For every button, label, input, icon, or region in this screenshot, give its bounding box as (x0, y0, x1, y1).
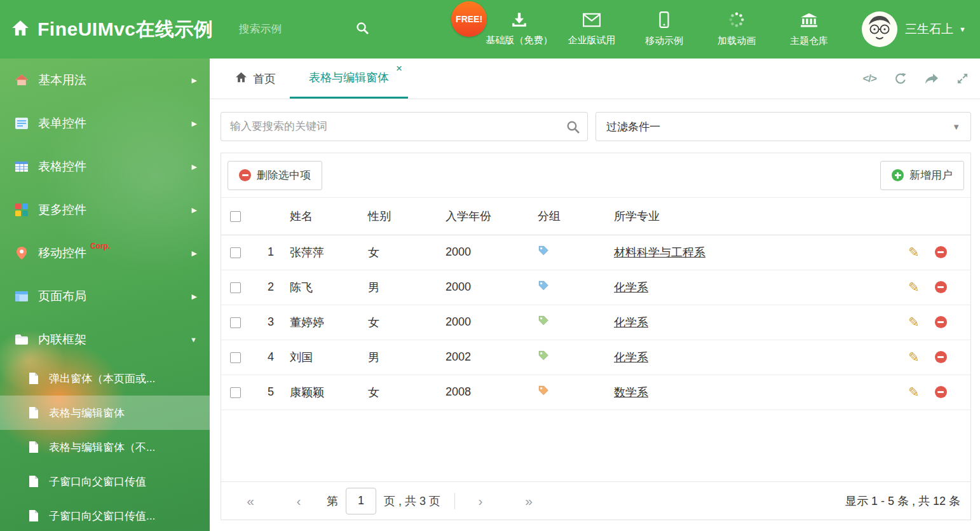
major-link[interactable]: 化学系 (614, 316, 648, 329)
delete-selected-button[interactable]: 删除选中项 (228, 161, 322, 190)
file-icon (29, 476, 41, 487)
sidebar-item-iframe[interactable]: 内联框架 ▼ (0, 318, 210, 361)
search-icon[interactable] (566, 120, 580, 136)
view-source-icon[interactable]: </> (862, 72, 876, 85)
sidebar-item-grid-controls[interactable]: 表格控件 ▶ (0, 145, 210, 188)
tag-icon (538, 350, 549, 361)
cell-gender: 男 (368, 270, 446, 305)
fullscreen-icon[interactable] (956, 72, 969, 85)
sidebar-subitem-grid-edit-window[interactable]: 表格与编辑窗体 (0, 396, 210, 430)
sidebar-item-page-layout[interactable]: 页面布局 ▶ (0, 275, 210, 318)
file-icon (29, 407, 41, 418)
house-icon (14, 74, 29, 86)
nav-item-enterprise-trial[interactable]: 企业版试用 (555, 13, 628, 46)
sidebar: 基本用法 ▶ 表单控件 ▶ 表格控件 ▶ 更多控件 ▶ 移动控件 Corp. ▶ (0, 59, 210, 531)
row-index: 2 (252, 270, 290, 305)
nav-item-basic-free[interactable]: FREE! 基础版（免费） (483, 12, 555, 46)
folder-icon (14, 334, 29, 345)
table-row: 5 康颖颖 女 2008 数学系 ✎ (221, 375, 970, 410)
edit-icon[interactable]: ✎ (908, 245, 920, 259)
next-page-icon[interactable]: › (469, 493, 492, 509)
edit-icon[interactable]: ✎ (908, 280, 920, 294)
sidebar-subitem-grid-edit-window-2[interactable]: 表格与编辑窗体（不... (0, 430, 210, 464)
row-checkbox[interactable] (230, 387, 241, 398)
row-checkbox[interactable] (230, 352, 241, 363)
add-circle-icon (892, 169, 904, 181)
major-link[interactable]: 化学系 (614, 281, 648, 294)
delete-row-icon[interactable] (935, 351, 947, 363)
col-major: 所学专业 (614, 198, 901, 235)
nav-item-theme-repo[interactable]: 主题仓库 (773, 12, 845, 47)
edit-icon[interactable]: ✎ (908, 350, 920, 364)
major-link[interactable]: 数学系 (614, 386, 648, 399)
nav-item-mobile-demo[interactable]: 移动示例 (628, 11, 700, 47)
cell-gender: 女 (368, 305, 446, 340)
edit-icon[interactable]: ✎ (908, 385, 920, 399)
major-link[interactable]: 材料科学与工程系 (614, 246, 705, 259)
cell-year: 2000 (446, 235, 538, 270)
last-page-icon[interactable]: » (517, 493, 540, 509)
major-link[interactable]: 化学系 (614, 351, 648, 364)
sidebar-subitem-child-to-parent-2[interactable]: 子窗口向父窗口传值... (0, 499, 210, 531)
avatar[interactable] (862, 11, 897, 47)
col-group: 分组 (538, 198, 614, 235)
cell-year: 2002 (446, 340, 538, 375)
row-checkbox[interactable] (230, 247, 241, 258)
main-content: 首页 表格与编辑窗体 × </> 过滤条件一 ▼ (210, 59, 980, 531)
col-name: 姓名 (290, 198, 368, 235)
file-icon (29, 441, 41, 453)
delete-row-icon[interactable] (935, 281, 947, 293)
col-year: 入学年份 (446, 198, 538, 235)
sidebar-item-basic-usage[interactable]: 基本用法 ▶ (0, 59, 210, 102)
username: 三生石上 (905, 21, 953, 38)
search-icon[interactable] (356, 22, 369, 37)
sidebar-item-mobile-controls[interactable]: 移动控件 Corp. ▶ (0, 231, 210, 275)
row-checkbox[interactable] (230, 282, 241, 293)
keyword-search-input[interactable] (221, 112, 588, 141)
grid-header-row: 姓名 性别 入学年份 分组 所学专业 (221, 198, 970, 235)
filter-dropdown[interactable]: 过滤条件一 ▼ (595, 112, 971, 141)
row-index: 5 (252, 375, 290, 410)
filter-selected-value: 过滤条件一 (606, 120, 660, 134)
tag-icon (538, 385, 549, 396)
header-search-input[interactable] (238, 19, 370, 39)
close-tab-icon[interactable]: × (396, 63, 402, 74)
cell-name: 刘国 (290, 340, 368, 375)
mobile-icon (659, 11, 669, 31)
tag-icon (538, 245, 549, 256)
row-index: 1 (252, 235, 290, 270)
delete-row-icon[interactable] (935, 246, 947, 258)
header-search (238, 19, 370, 39)
chevron-right-icon: ▶ (192, 120, 197, 128)
remove-circle-icon (239, 169, 251, 181)
user-menu[interactable]: 三生石上 ▼ (905, 21, 966, 38)
tab-tools: </> (862, 59, 969, 99)
brand[interactable]: FineUIMvc在线示例 (0, 17, 214, 43)
cell-gender: 女 (368, 375, 446, 410)
select-all-checkbox[interactable] (230, 211, 241, 222)
edit-icon[interactable]: ✎ (908, 315, 920, 329)
tag-icon (538, 315, 549, 326)
nav-item-loading-animation[interactable]: 加载动画 (700, 11, 773, 47)
tab-grid-edit-window[interactable]: 表格与编辑窗体 × (290, 59, 408, 99)
sidebar-item-more-controls[interactable]: 更多控件 ▶ (0, 188, 210, 231)
table-icon (14, 162, 29, 172)
share-icon[interactable] (925, 73, 939, 85)
add-user-button[interactable]: 新增用户 (880, 161, 964, 190)
row-checkbox[interactable] (230, 317, 241, 328)
sidebar-item-form-controls[interactable]: 表单控件 ▶ (0, 102, 210, 145)
sidebar-subitem-child-to-parent[interactable]: 子窗口向父窗口传值 (0, 464, 210, 499)
bank-icon (800, 12, 818, 31)
refresh-icon[interactable] (894, 72, 907, 85)
home-tab-icon (235, 72, 247, 86)
delete-row-icon[interactable] (935, 316, 947, 328)
home-icon (11, 20, 29, 39)
delete-row-icon[interactable] (935, 386, 947, 398)
tab-home[interactable]: 首页 (221, 59, 290, 99)
grid-toolbar: 删除选中项 新增用户 (221, 153, 970, 198)
sidebar-subitem-popup-window[interactable]: 弹出窗体（本页面或... (0, 361, 210, 396)
prev-page-icon[interactable]: ‹ (287, 493, 310, 509)
first-page-icon[interactable]: « (239, 493, 262, 509)
page-number-input[interactable] (346, 488, 376, 514)
data-grid: 姓名 性别 入学年份 分组 所学专业 1 张萍萍 女 2000 材料科学与工程系 (221, 198, 970, 410)
